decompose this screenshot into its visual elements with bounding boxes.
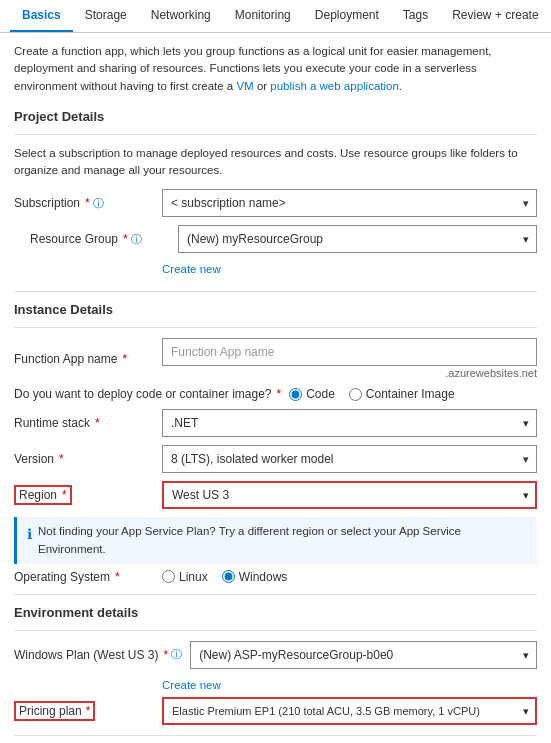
intro-text: Create a function app, which lets you gr… — [14, 43, 537, 95]
version-select[interactable]: 8 (LTS), isolated worker model — [162, 445, 537, 473]
function-app-name-input[interactable] — [162, 338, 537, 366]
region-select[interactable]: West US 3 — [162, 481, 537, 509]
os-linux-label: Linux — [179, 570, 208, 584]
deploy-code-label: Code — [306, 387, 335, 401]
deploy-type-row: Do you want to deploy code or container … — [14, 387, 537, 401]
tab-review[interactable]: Review + create — [440, 0, 550, 32]
resource-group-info-icon[interactable]: ⓘ — [131, 232, 142, 247]
os-windows-label: Windows — [239, 570, 288, 584]
pricing-plan-select-wrapper: Elastic Premium EP1 (210 total ACU, 3.5 … — [162, 697, 537, 725]
subscription-select-wrapper: < subscription name> — [162, 189, 537, 217]
tab-networking[interactable]: Networking — [139, 0, 223, 32]
windows-plan-select[interactable]: (New) ASP-myResourceGroup-b0e0 — [190, 641, 537, 669]
resource-group-label: Resource Group* ⓘ — [30, 232, 170, 247]
info-circle-icon: ℹ — [27, 524, 32, 545]
os-windows-option[interactable]: Windows — [222, 570, 288, 584]
region-row: Region* West US 3 — [14, 481, 537, 509]
runtime-stack-select-wrapper: .NET — [162, 409, 537, 437]
deploy-container-label: Container Image — [366, 387, 455, 401]
resource-group-create-new[interactable]: Create new — [162, 263, 221, 275]
webapp-link[interactable]: publish a web application — [270, 80, 399, 92]
environment-details-title: Environment details — [14, 605, 537, 620]
windows-plan-info-icon[interactable]: ⓘ — [171, 647, 182, 662]
os-windows-radio[interactable] — [222, 570, 235, 583]
os-linux-option[interactable]: Linux — [162, 570, 208, 584]
pricing-plan-label: Pricing plan — [19, 704, 82, 718]
deploy-type-radio-group: Code Container Image — [289, 387, 537, 401]
function-app-name-label: Function App name* — [14, 352, 154, 366]
windows-plan-label: Windows Plan (West US 3) * ⓘ — [14, 647, 182, 662]
version-label: Version* — [14, 452, 154, 466]
windows-plan-row: Windows Plan (West US 3) * ⓘ (New) ASP-m… — [14, 641, 537, 669]
region-info-text: Not finding your App Service Plan? Try a… — [38, 523, 527, 558]
resource-group-select-wrapper: (New) myResourceGroup — [178, 225, 537, 253]
runtime-stack-select[interactable]: .NET — [162, 409, 537, 437]
subscription-select[interactable]: < subscription name> — [162, 189, 537, 217]
windows-plan-create-new[interactable]: Create new — [162, 679, 221, 691]
subscription-row: Subscription* ⓘ < subscription name> — [14, 189, 537, 217]
pricing-plan-label-wrapper: Pricing plan* — [14, 701, 154, 721]
tab-deployment[interactable]: Deployment — [303, 0, 391, 32]
region-select-wrapper: West US 3 — [162, 481, 537, 509]
region-label: Region — [19, 488, 57, 502]
os-row: Operating System* Linux Windows — [14, 570, 537, 584]
deploy-code-radio[interactable] — [289, 388, 302, 401]
project-details-title: Project Details — [14, 109, 537, 124]
os-linux-radio[interactable] — [162, 570, 175, 583]
tab-monitoring[interactable]: Monitoring — [223, 0, 303, 32]
subscription-info-icon[interactable]: ⓘ — [93, 196, 104, 211]
deploy-container-option[interactable]: Container Image — [349, 387, 455, 401]
os-radio-group: Linux Windows — [162, 570, 537, 584]
version-select-wrapper: 8 (LTS), isolated worker model — [162, 445, 537, 473]
vm-link[interactable]: VM — [236, 80, 253, 92]
function-app-name-control: .azurewebsites.net — [162, 338, 537, 379]
runtime-stack-row: Runtime stack* .NET — [14, 409, 537, 437]
version-row: Version* 8 (LTS), isolated worker model — [14, 445, 537, 473]
runtime-stack-label: Runtime stack* — [14, 416, 154, 430]
os-label: Operating System* — [14, 570, 154, 584]
region-label-wrapper: Region* — [14, 485, 154, 505]
windows-plan-select-wrapper: (New) ASP-myResourceGroup-b0e0 — [190, 641, 537, 669]
pricing-plan-row: Pricing plan* Elastic Premium EP1 (210 t… — [14, 697, 537, 725]
function-app-name-row: Function App name* .azurewebsites.net — [14, 338, 537, 379]
tab-storage[interactable]: Storage — [73, 0, 139, 32]
project-details-desc: Select a subscription to manage deployed… — [14, 145, 537, 180]
pricing-plan-select[interactable]: Elastic Premium EP1 (210 total ACU, 3.5 … — [162, 697, 537, 725]
tab-basics[interactable]: Basics — [10, 0, 73, 32]
deploy-type-label: Do you want to deploy code or container … — [14, 387, 281, 401]
function-app-name-suffix: .azurewebsites.net — [162, 367, 537, 379]
resource-group-row: Resource Group* ⓘ (New) myResourceGroup — [30, 225, 537, 253]
tab-bar: Basics Storage Networking Monitoring Dep… — [0, 0, 551, 33]
instance-details-title: Instance Details — [14, 302, 537, 317]
deploy-code-option[interactable]: Code — [289, 387, 335, 401]
deploy-container-radio[interactable] — [349, 388, 362, 401]
resource-group-select[interactable]: (New) myResourceGroup — [178, 225, 537, 253]
tab-tags[interactable]: Tags — [391, 0, 440, 32]
subscription-label: Subscription* ⓘ — [14, 196, 154, 211]
region-info-box: ℹ Not finding your App Service Plan? Try… — [14, 517, 537, 564]
